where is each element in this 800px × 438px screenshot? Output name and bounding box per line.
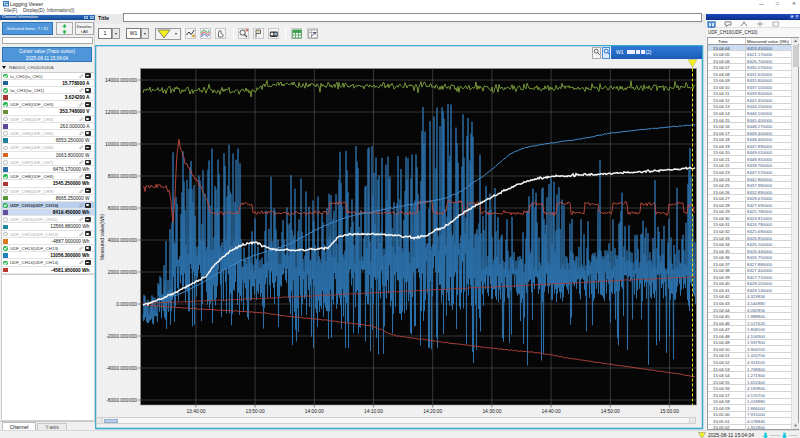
svg-text:14000.000000: 14000.000000 [105, 77, 137, 83]
svg-text:13:50:00: 13:50:00 [246, 409, 265, 414]
svg-text:14:40:00: 14:40:00 [542, 409, 561, 414]
svg-text:-6000.000000: -6000.000000 [106, 397, 137, 403]
svg-text:-2000.000000: -2000.000000 [106, 333, 137, 339]
svg-text:13:40:00: 13:40:00 [186, 409, 205, 414]
svg-text:14:10:00: 14:10:00 [364, 409, 383, 414]
svg-text:6000.000000: 6000.000000 [108, 205, 137, 211]
svg-text:8000.000000: 8000.000000 [108, 173, 137, 179]
svg-text:14:00:00: 14:00:00 [305, 409, 324, 414]
svg-text:0.000000: 0.000000 [116, 301, 137, 307]
svg-text:14:50:00: 14:50:00 [601, 409, 620, 414]
svg-text:15:00:00: 15:00:00 [660, 409, 679, 414]
svg-text:-4000.000000: -4000.000000 [106, 365, 137, 371]
svg-text:12000.000000: 12000.000000 [105, 109, 137, 115]
svg-text:10000.000000: 10000.000000 [105, 141, 137, 147]
svg-text:2000.000000: 2000.000000 [108, 269, 137, 275]
svg-text:Measured value(Wh): Measured value(Wh) [99, 213, 105, 260]
svg-text:14:20:00: 14:20:00 [423, 409, 442, 414]
svg-text:14:30:00: 14:30:00 [482, 409, 501, 414]
svg-text:4000.000000: 4000.000000 [108, 237, 137, 243]
